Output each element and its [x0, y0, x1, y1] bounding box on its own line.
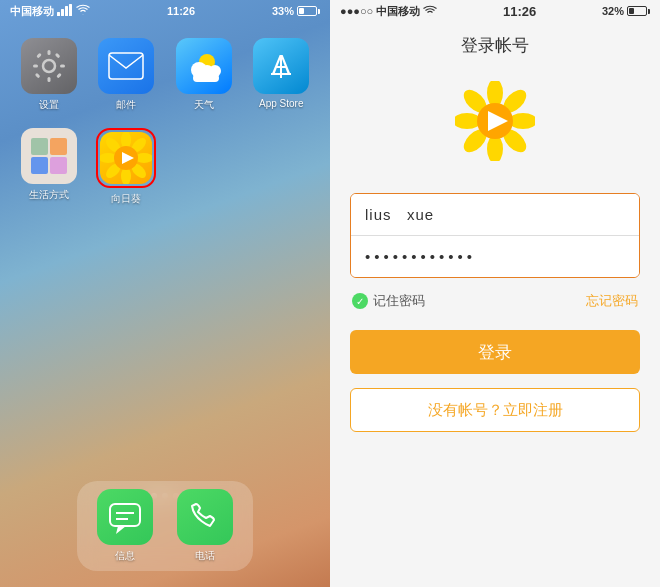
app-settings[interactable]: 设置	[18, 38, 80, 112]
password-dots: ••••••••••••	[365, 248, 476, 265]
app-logo	[455, 81, 535, 165]
svg-rect-6	[47, 77, 50, 82]
left-status-left: 中国移动	[10, 4, 90, 19]
left-battery-icon	[297, 6, 320, 16]
svg-rect-23	[50, 138, 67, 155]
right-battery-pct: 32%	[602, 5, 624, 17]
sunflower-label: 向日葵	[111, 192, 141, 206]
svg-point-4	[43, 60, 55, 72]
svg-rect-0	[57, 12, 60, 16]
svg-rect-18	[193, 74, 219, 82]
svg-rect-7	[33, 65, 38, 68]
svg-marker-37	[116, 526, 126, 534]
messages-icon	[97, 489, 153, 545]
mail-label: 邮件	[116, 98, 136, 112]
weather-icon	[176, 38, 232, 94]
sunflower-icon	[100, 132, 152, 184]
dock-messages[interactable]: 信息	[97, 489, 153, 563]
svg-rect-3	[69, 4, 72, 16]
svg-rect-36	[110, 504, 140, 526]
right-battery-icon	[627, 6, 650, 16]
password-field-row[interactable]: ••••••••••••	[351, 236, 639, 277]
svg-rect-2	[65, 6, 68, 16]
app-appstore[interactable]: A App Store	[251, 38, 313, 112]
sunflower-logo-svg	[455, 81, 535, 161]
svg-rect-9	[36, 53, 42, 59]
register-label: 没有帐号？立即注册	[428, 401, 563, 420]
settings-label: 设置	[39, 98, 59, 112]
right-status-bar: ●●●○○ 中国移动 11:26 32%	[330, 0, 660, 22]
right-login-screen: ●●●○○ 中国移动 11:26 32% 登录帐号	[330, 0, 660, 587]
login-title: 登录帐号	[461, 34, 529, 57]
mail-icon	[98, 38, 154, 94]
phone-icon	[177, 489, 233, 545]
app-lifestyle[interactable]: 生活方式	[18, 128, 80, 206]
login-button[interactable]: 登录	[350, 330, 640, 374]
app-grid: 设置 邮件 天气	[0, 26, 330, 218]
username-input[interactable]	[365, 206, 625, 223]
right-wifi-icon	[423, 5, 437, 17]
svg-rect-8	[60, 65, 65, 68]
appstore-icon: A	[253, 38, 309, 94]
left-time: 11:26	[167, 5, 195, 17]
login-content: 登录帐号	[330, 22, 660, 587]
lifestyle-label: 生活方式	[29, 188, 69, 202]
app-mail[interactable]: 邮件	[96, 38, 158, 112]
svg-rect-1	[61, 9, 64, 16]
forgot-password-link[interactable]: 忘记密码	[586, 292, 638, 310]
left-battery-pct: 33%	[272, 5, 294, 17]
username-field-row[interactable]	[351, 194, 639, 236]
appstore-label: App Store	[259, 98, 303, 109]
svg-rect-22	[31, 138, 48, 155]
lifestyle-icon	[21, 128, 77, 184]
checkmark-icon: ✓	[352, 293, 368, 309]
svg-rect-12	[35, 73, 41, 79]
right-time: 11:26	[503, 4, 536, 19]
left-status-bar: 中国移动 11:26 33%	[0, 0, 330, 22]
right-status-left: ●●●○○ 中国移动	[340, 4, 437, 19]
svg-rect-5	[47, 50, 50, 55]
right-carrier: ●●●○○	[340, 5, 373, 17]
svg-rect-25	[50, 157, 67, 174]
left-wifi-icon	[76, 4, 90, 18]
right-carrier-name: 中国移动	[376, 4, 420, 19]
login-form: ••••••••••••	[350, 193, 640, 278]
left-phone-screen: 中国移动 11:26 33%	[0, 0, 330, 587]
dock-phone[interactable]: 电话	[177, 489, 233, 563]
remember-me-container[interactable]: ✓ 记住密码	[352, 292, 425, 310]
messages-label: 信息	[115, 549, 135, 563]
right-status-right: 32%	[602, 5, 650, 17]
app-weather[interactable]: 天气	[173, 38, 235, 112]
svg-rect-10	[56, 73, 62, 79]
phone-label: 电话	[195, 549, 215, 563]
left-signal	[57, 4, 73, 18]
svg-rect-13	[109, 53, 143, 79]
register-button[interactable]: 没有帐号？立即注册	[350, 388, 640, 432]
settings-icon	[21, 38, 77, 94]
remember-label: 记住密码	[373, 292, 425, 310]
options-row: ✓ 记住密码 忘记密码	[350, 292, 640, 310]
svg-rect-11	[55, 53, 61, 59]
weather-label: 天气	[194, 98, 214, 112]
sunflower-highlight	[96, 128, 156, 188]
app-sunflower[interactable]: 向日葵	[96, 128, 158, 206]
left-carrier: 中国移动	[10, 4, 54, 19]
dock: 信息 电话	[77, 481, 253, 571]
left-status-right: 33%	[272, 5, 320, 17]
login-button-label: 登录	[478, 341, 512, 364]
svg-rect-24	[31, 157, 48, 174]
